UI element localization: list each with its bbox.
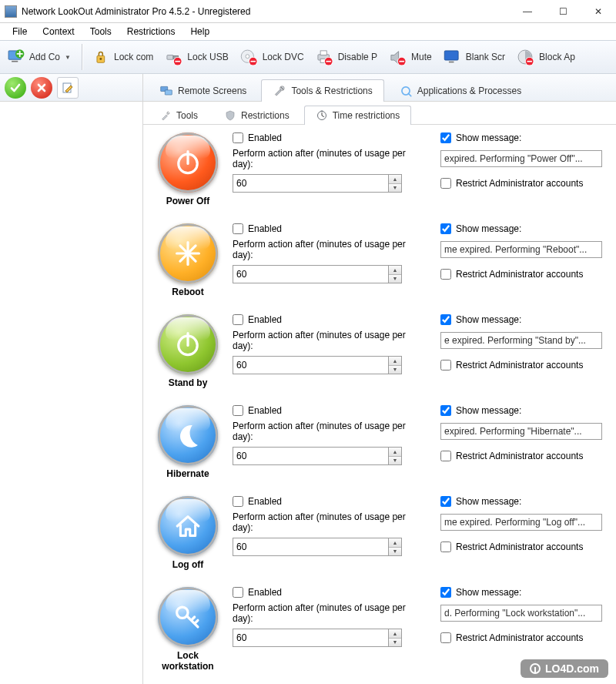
- action-row-standby: Stand by Enabled Show message:: [154, 314, 602, 388]
- power-off-restrict-admin-checkbox[interactable]: Restrict Administrator accounts: [440, 178, 602, 189]
- reboot-show-message-checkbox[interactable]: Show message:: [440, 223, 602, 234]
- lock-workstation-icon: [158, 587, 218, 647]
- computer-tree[interactable]: [0, 102, 142, 684]
- hibernate-message-input[interactable]: [440, 423, 602, 440]
- toolbar-lock-computer-button[interactable]: Lock com: [88, 45, 159, 69]
- edit-button[interactable]: [57, 77, 79, 99]
- window-maximize-button[interactable]: ☐: [545, 0, 581, 22]
- standby-icon: [158, 314, 218, 374]
- lock-workstation-minutes-input[interactable]: [233, 629, 388, 647]
- watermark: LO4D.com: [521, 659, 608, 678]
- menu-context[interactable]: Context: [35, 25, 82, 39]
- enabled-label: Enabled: [248, 405, 282, 416]
- svg-rect-36: [320, 111, 323, 112]
- standby-enabled-checkbox[interactable]: Enabled: [233, 314, 427, 325]
- toolbar-lock-dvd-button[interactable]: Lock DVC: [236, 45, 310, 69]
- svg-rect-25: [449, 62, 454, 63]
- logoff-icon: [158, 496, 218, 556]
- watermark-text: LO4D.com: [545, 662, 599, 675]
- logoff-minutes-up[interactable]: ▲: [389, 538, 401, 548]
- tab-apps-processes[interactable]: Applications & Processes: [387, 79, 533, 102]
- window-minimize-button[interactable]: —: [510, 0, 545, 22]
- restrictions-icon: [224, 109, 236, 122]
- lock-workstation-minutes-up[interactable]: ▲: [389, 629, 401, 639]
- title-bar: Network LookOut Administrator Pro 4.5.2 …: [0, 0, 616, 23]
- logoff-minutes-input[interactable]: [233, 538, 388, 556]
- cancel-button[interactable]: [31, 77, 52, 99]
- lock-workstation-enabled-checkbox[interactable]: Enabled: [233, 587, 427, 598]
- power-off-minutes-input[interactable]: [233, 174, 388, 193]
- svg-rect-29: [527, 61, 533, 62]
- hibernate-enabled-checkbox[interactable]: Enabled: [233, 405, 427, 416]
- watermark-icon: [530, 663, 541, 674]
- logoff-minutes-down[interactable]: ▼: [389, 548, 401, 556]
- power-off-icon: [158, 132, 218, 193]
- restrict-admin-label: Restrict Administrator accounts: [456, 360, 583, 370]
- power-off-minutes-up[interactable]: ▲: [389, 175, 401, 184]
- menu-help[interactable]: Help: [182, 25, 217, 39]
- toolbar-block-apps-button[interactable]: Block Ap: [513, 45, 581, 69]
- reboot-minutes-input[interactable]: [233, 265, 388, 283]
- standby-minutes-down[interactable]: ▼: [389, 366, 401, 374]
- show-message-label: Show message:: [456, 405, 521, 416]
- enabled-label: Enabled: [248, 223, 282, 234]
- menu-file[interactable]: File: [5, 25, 35, 39]
- reboot-enabled-checkbox[interactable]: Enabled: [233, 223, 427, 234]
- window-close-button[interactable]: ✕: [581, 0, 616, 22]
- hibernate-show-message-checkbox[interactable]: Show message:: [440, 405, 602, 416]
- logoff-enabled-checkbox[interactable]: Enabled: [233, 496, 427, 507]
- chevron-down-icon: ▼: [65, 54, 71, 61]
- tab-tools-restrictions[interactable]: Tools & Restrictions: [261, 79, 383, 102]
- lock-computer-icon: [89, 46, 111, 68]
- toolbar-label: Blank Scr: [466, 52, 505, 62]
- power-off-enabled-checkbox[interactable]: Enabled: [233, 132, 427, 143]
- lock-workstation-restrict-admin-checkbox[interactable]: Restrict Administrator accounts: [440, 632, 602, 643]
- logoff-show-message-checkbox[interactable]: Show message:: [440, 496, 602, 507]
- toolbar-blank-screen-button[interactable]: Blank Scr: [440, 45, 511, 69]
- reboot-minutes-up[interactable]: ▲: [389, 266, 401, 275]
- standby-show-message-checkbox[interactable]: Show message:: [440, 314, 602, 325]
- svg-rect-5: [167, 55, 173, 60]
- lock-workstation-message-input[interactable]: [440, 605, 602, 622]
- reboot-minutes-down[interactable]: ▼: [389, 275, 401, 283]
- standby-minutes-up[interactable]: ▲: [389, 357, 401, 366]
- subtab-time-restrictions[interactable]: Time restrictions: [304, 106, 412, 125]
- lock-workstation-show-message-checkbox[interactable]: Show message:: [440, 587, 602, 598]
- restrict-admin-label: Restrict Administrator accounts: [456, 632, 583, 643]
- toolbar-disable-print-button[interactable]: Disable P: [312, 45, 383, 69]
- svg-rect-16: [320, 51, 326, 55]
- action-title: Hibernate: [154, 468, 222, 479]
- hibernate-restrict-admin-checkbox[interactable]: Restrict Administrator accounts: [440, 451, 602, 461]
- standby-message-input[interactable]: [440, 332, 602, 349]
- logoff-message-input[interactable]: [440, 514, 602, 531]
- power-off-minutes-down[interactable]: ▼: [389, 184, 401, 193]
- standby-minutes-input[interactable]: [233, 356, 388, 374]
- hibernate-minutes-input[interactable]: [233, 447, 388, 465]
- show-message-label: Show message:: [456, 223, 521, 234]
- tab-label: Tools & Restrictions: [291, 86, 372, 96]
- reboot-message-input[interactable]: [440, 241, 602, 258]
- tools-icon: [159, 109, 172, 122]
- power-off-show-message-checkbox[interactable]: Show message:: [440, 132, 602, 143]
- tab-remote-screens[interactable]: Remote Screens: [148, 79, 258, 102]
- toolbar-mute-button[interactable]: Mute: [385, 45, 438, 69]
- menu-restrictions[interactable]: Restrictions: [119, 25, 183, 39]
- toolbar-add-computer-button[interactable]: Add Co▼: [3, 45, 77, 69]
- reboot-restrict-admin-checkbox[interactable]: Restrict Administrator accounts: [440, 269, 602, 280]
- tools-restrictions-icon: [273, 84, 286, 98]
- logoff-restrict-admin-checkbox[interactable]: Restrict Administrator accounts: [440, 542, 602, 552]
- subtab-restrictions[interactable]: Restrictions: [213, 106, 301, 125]
- lock-workstation-minutes-down[interactable]: ▼: [389, 639, 401, 647]
- subtab-tools[interactable]: Tools: [148, 106, 209, 125]
- remote-screens-icon: [159, 84, 173, 98]
- power-off-message-input[interactable]: [440, 150, 602, 167]
- standby-restrict-admin-checkbox[interactable]: Restrict Administrator accounts: [440, 360, 602, 370]
- hibernate-minutes-up[interactable]: ▲: [389, 448, 401, 457]
- hibernate-icon: [158, 405, 218, 465]
- accept-button[interactable]: [5, 77, 26, 99]
- apps-processes-icon: [399, 84, 413, 98]
- restrict-admin-label: Restrict Administrator accounts: [456, 269, 583, 280]
- toolbar-lock-usb-button[interactable]: Lock USB: [161, 45, 234, 69]
- hibernate-minutes-down[interactable]: ▼: [389, 457, 401, 465]
- menu-tools[interactable]: Tools: [82, 25, 119, 39]
